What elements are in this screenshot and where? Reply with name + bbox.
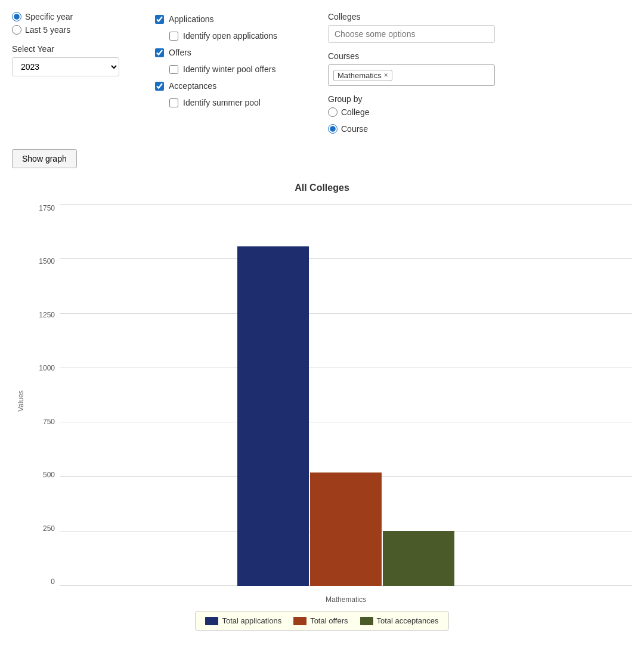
group-by-label: Group by (328, 94, 495, 104)
controls-section: Specific year Last 5 years Select Year 2… (12, 12, 632, 137)
identify-open-applications-checkbox-item[interactable]: Identify open applications (169, 31, 304, 41)
legend-label-offers: Total offers (310, 616, 348, 625)
applications-checkbox[interactable] (155, 15, 164, 24)
acceptances-checkbox-item[interactable]: Acceptances (155, 81, 304, 91)
group-by-course-label: Course (341, 124, 368, 134)
bar-applications (237, 246, 309, 586)
legend-color-acceptances (360, 617, 373, 625)
specific-year-radio[interactable] (12, 12, 21, 21)
offers-checkbox-item[interactable]: Offers (155, 48, 304, 57)
group-by-course-radio[interactable] (328, 124, 338, 134)
bar-offers (310, 472, 382, 586)
x-labels: Mathematics (60, 595, 632, 604)
offers-checkbox[interactable] (155, 48, 164, 57)
colleges-label: Colleges (328, 12, 495, 21)
y-tick-1000: 1000 (39, 364, 55, 372)
y-axis: 1750 1500 1250 1000 750 500 250 0 (30, 198, 60, 604)
year-mode-radio-group: Specific year Last 5 years (12, 12, 131, 35)
y-tick-1750: 1750 (39, 204, 55, 212)
year-select[interactable]: 2019 2020 2021 2022 2023 2024 (12, 57, 119, 76)
chart-section: All Colleges Values 1750 1500 1250 1000 … (12, 183, 632, 631)
legend-color-applications (205, 617, 218, 625)
courses-box[interactable]: Mathematics × (328, 64, 495, 86)
identify-winter-pool-offers-label: Identify winter pool offers (183, 64, 275, 74)
legend-box: Total applications Total offers Total ac… (195, 611, 448, 631)
mathematics-tag-close[interactable]: × (384, 71, 388, 79)
identify-summer-pool-label: Identify summer pool (183, 98, 261, 107)
identify-summer-pool-checkbox[interactable] (169, 98, 178, 107)
y-tick-1500: 1500 (39, 257, 55, 265)
bar-acceptances (383, 531, 454, 586)
y-tick-250: 250 (43, 524, 55, 533)
bar-group-inner (237, 246, 454, 586)
y-tick-0: 0 (51, 577, 55, 586)
last5-years-label: Last 5 years (25, 25, 70, 35)
y-tick-750: 750 (43, 418, 55, 426)
checkboxes-column: Applications Identify open applications … (155, 12, 304, 137)
identify-open-applications-label: Identify open applications (183, 31, 277, 41)
y-axis-label: Values (12, 198, 30, 604)
identify-open-applications-checkbox[interactable] (169, 32, 178, 41)
bars-area (60, 204, 632, 586)
legend-color-offers (293, 617, 306, 625)
specific-year-label: Specific year (25, 12, 73, 21)
legend-label-acceptances: Total acceptances (377, 616, 439, 625)
show-graph-button[interactable]: Show graph (12, 149, 77, 168)
chart-plot: Mathematics (60, 198, 632, 604)
legend-item-applications: Total applications (205, 616, 281, 625)
courses-label: Courses (328, 51, 495, 61)
mathematics-tag-label: Mathematics (338, 71, 382, 80)
identify-summer-pool-checkbox-item[interactable]: Identify summer pool (169, 98, 304, 107)
chart-title: All Colleges (12, 183, 632, 193)
legend-item-acceptances: Total acceptances (360, 616, 439, 625)
group-by-options: College Course (328, 107, 495, 137)
identify-winter-pool-offers-checkbox-item[interactable]: Identify winter pool offers (169, 64, 304, 74)
colleges-input[interactable] (328, 25, 495, 43)
right-options-column: Colleges Courses Mathematics × Group by … (328, 12, 495, 137)
select-year-label: Select Year (12, 44, 131, 54)
legend-item-offers: Total offers (293, 616, 348, 625)
y-tick-1250: 1250 (39, 311, 55, 319)
acceptances-label: Acceptances (169, 81, 216, 91)
legend-label-applications: Total applications (222, 616, 281, 625)
identify-winter-pool-offers-checkbox[interactable] (169, 65, 178, 74)
specific-year-radio-item[interactable]: Specific year (12, 12, 131, 21)
applications-checkbox-item[interactable]: Applications (155, 14, 304, 24)
group-by-college-item[interactable]: College (328, 107, 495, 117)
acceptances-checkbox[interactable] (155, 82, 164, 91)
last5-years-radio[interactable] (12, 25, 21, 35)
group-by-college-label: College (341, 107, 369, 117)
year-mode-column: Specific year Last 5 years Select Year 2… (12, 12, 131, 137)
mathematics-tag: Mathematics × (333, 70, 392, 81)
last5-years-radio-item[interactable]: Last 5 years (12, 25, 131, 35)
chart-container: Values 1750 1500 1250 1000 750 500 250 0 (12, 198, 632, 604)
y-tick-500: 500 (43, 471, 55, 479)
applications-label: Applications (169, 14, 214, 24)
group-by-college-radio[interactable] (328, 107, 338, 117)
x-label-mathematics: Mathematics (236, 595, 456, 604)
legend: Total applications Total offers Total ac… (12, 611, 632, 631)
group-by-course-item[interactable]: Course (328, 124, 495, 134)
offers-label: Offers (169, 48, 191, 57)
bar-group-mathematics (237, 246, 454, 586)
